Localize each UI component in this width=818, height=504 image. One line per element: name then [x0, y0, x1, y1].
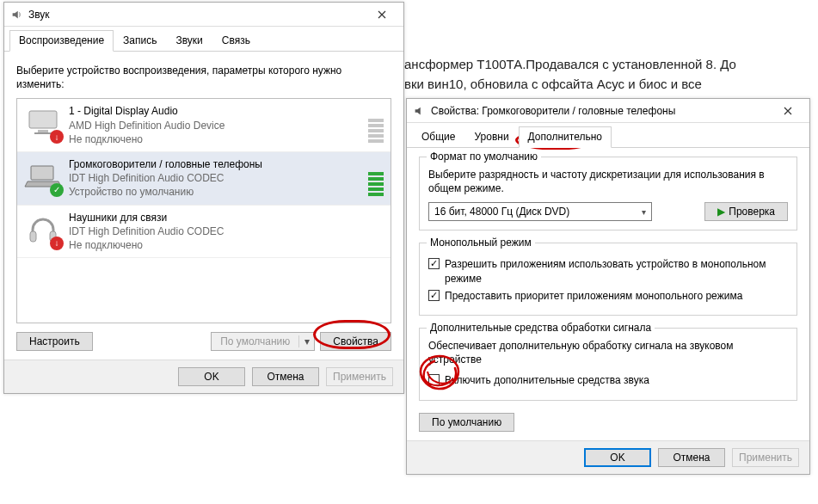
test-button[interactable]: ▶Проверка — [704, 202, 788, 221]
enable-enhancements-label: Включить дополнительные средства звука — [445, 373, 649, 387]
background-article-text: ансформер Т100ТА.Продавался с установлен… — [404, 55, 736, 94]
format-select[interactable]: 16 бит, 48000 Гц (Диск DVD) ▾ — [428, 202, 652, 221]
status-badge-down-icon: ↓ — [50, 130, 64, 144]
group-legend: Формат по умолчанию — [427, 151, 541, 163]
props-title: Свойства: Громкоговорители / головные те… — [431, 105, 772, 117]
device-list[interactable]: ↓ 1 - Digital Display Audio AMD High Def… — [16, 98, 391, 323]
level-meter — [368, 157, 384, 200]
device-item[interactable]: ↓ Наушники для связи IDT High Definition… — [17, 206, 391, 259]
device-status: Устройство по умолчанию — [69, 185, 368, 199]
svg-rect-0 — [29, 111, 57, 128]
status-badge-down-icon: ↓ — [50, 237, 64, 250]
sound-footer: OK Отмена Применить — [4, 360, 403, 393]
tab-general[interactable]: Общие — [412, 126, 464, 147]
allow-exclusive-checkbox[interactable] — [428, 258, 440, 269]
level-meter — [368, 104, 384, 146]
playback-instruction: Выберите устройство воспроизведения, пар… — [16, 64, 391, 91]
speaker-icon — [412, 104, 426, 118]
exclusive-mode-group: Монопольный режим Разрешить приложениям … — [419, 243, 797, 316]
device-driver: IDT High Definition Audio CODEC — [69, 224, 384, 238]
device-driver: AMD High Definition Audio Device — [69, 119, 368, 132]
test-label: Проверка — [729, 206, 775, 218]
set-default-label: По умолчанию — [212, 335, 298, 347]
ok-button[interactable]: OK — [178, 367, 245, 386]
props-footer: OK Отмена Применить — [407, 440, 809, 474]
monitor-icon: ↓ — [24, 104, 62, 142]
sound-tabstrip: Воспроизведение Запись Звуки Связь — [4, 27, 403, 52]
device-driver: IDT High Definition Audio CODEC — [69, 171, 368, 185]
format-description: Выберите разрядность и частоту дискретиз… — [428, 168, 788, 195]
device-status: Не подключено — [69, 132, 368, 146]
props-titlebar: Свойства: Громкоговорители / головные те… — [407, 99, 809, 123]
tab-playback[interactable]: Воспроизведение — [9, 30, 114, 52]
tab-sounds[interactable]: Звуки — [166, 30, 212, 51]
tab-recording[interactable]: Запись — [114, 30, 166, 51]
sound-close-button[interactable] — [366, 5, 398, 24]
exclusive-priority-checkbox[interactable] — [428, 290, 440, 301]
configure-button[interactable]: Настроить — [16, 332, 93, 351]
tab-levels[interactable]: Уровни — [464, 126, 518, 147]
device-item[interactable]: ✓ Громкоговорители / головные телефоны I… — [17, 152, 391, 206]
ok-button[interactable]: OK — [584, 448, 651, 467]
format-select-value: 16 бит, 48000 Гц (Диск DVD) — [434, 206, 569, 218]
allow-exclusive-label: Разрешить приложениям использовать устро… — [445, 257, 788, 285]
laptop-speaker-icon: ✓ — [24, 157, 62, 195]
sound-icon — [9, 8, 23, 22]
set-default-button[interactable]: По умолчанию ▾ — [211, 332, 315, 351]
svg-rect-1 — [38, 130, 48, 132]
exclusive-priority-label: Предоставить приоритет приложениям моноп… — [445, 289, 742, 303]
group-legend: Дополнительные средства обработки сигнал… — [427, 322, 655, 334]
properties-window: Свойства: Громкоговорители / головные те… — [406, 98, 810, 475]
device-title: Громкоговорители / головные телефоны — [69, 157, 368, 171]
tab-communications[interactable]: Связь — [212, 30, 260, 51]
device-item[interactable]: ↓ 1 - Digital Display Audio AMD High Def… — [17, 99, 391, 152]
svg-rect-4 — [30, 231, 36, 242]
tab-advanced[interactable]: Дополнительно — [519, 126, 612, 148]
device-title: 1 - Digital Display Audio — [69, 104, 368, 118]
enhance-description: Обеспечивает дополнительную обработку си… — [428, 339, 788, 366]
svg-rect-2 — [34, 132, 52, 134]
cancel-button[interactable]: Отмена — [252, 367, 319, 386]
group-legend: Монопольный режим — [427, 237, 535, 249]
sound-window: Звук Воспроизведение Запись Звуки Связь … — [3, 2, 404, 394]
sound-title: Звук — [28, 9, 366, 21]
device-title: Наушники для связи — [69, 211, 384, 224]
default-format-group: Формат по умолчанию Выберите разрядность… — [419, 157, 797, 230]
enable-enhancements-checkbox[interactable] — [428, 374, 440, 385]
status-badge-check-icon: ✓ — [50, 183, 64, 197]
chevron-down-icon: ▾ — [642, 207, 646, 217]
props-close-button[interactable] — [772, 101, 804, 120]
cancel-button[interactable]: Отмена — [658, 448, 725, 467]
apply-button[interactable]: Применить — [326, 367, 393, 386]
chevron-down-icon: ▾ — [298, 335, 314, 347]
props-tabstrip: Общие Уровни Дополнительно — [407, 123, 809, 148]
restore-defaults-button[interactable]: По умолчанию — [419, 413, 514, 432]
device-status: Не подключено — [69, 238, 384, 252]
play-icon: ▶ — [717, 206, 725, 218]
svg-rect-3 — [31, 166, 53, 180]
signal-enhancements-group: Дополнительные средства обработки сигнал… — [419, 328, 797, 401]
sound-titlebar: Звук — [4, 3, 403, 27]
properties-button[interactable]: Свойства — [320, 332, 391, 351]
headphones-icon: ↓ — [24, 211, 62, 249]
apply-button[interactable]: Применить — [732, 448, 799, 467]
